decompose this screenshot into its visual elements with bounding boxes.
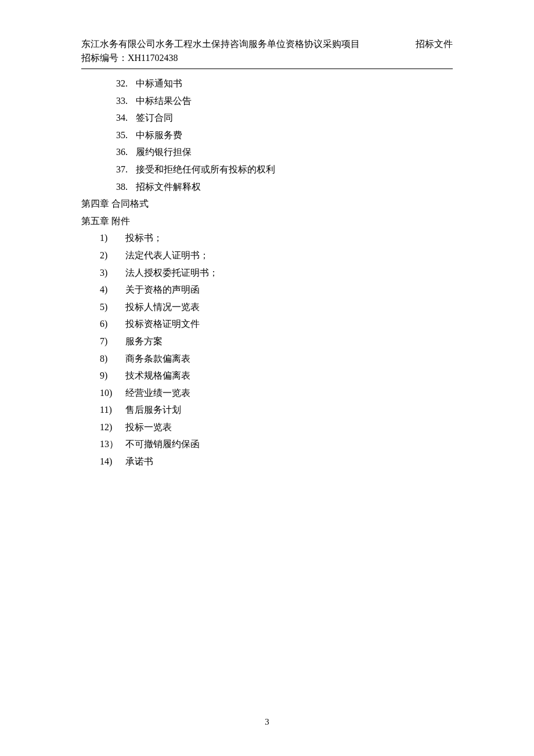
toc-item: 33. 中标结果公告: [116, 92, 453, 110]
header-right: 招标文件: [416, 37, 453, 51]
toc-item: 10) 经营业绩一览表: [100, 384, 453, 402]
toc-paren-list-a: 1) 投标书； 2) 法定代表人证明书； 3) 法人授权委托证明书； 4) 关于…: [81, 229, 453, 367]
bid-number-value: XH11702438: [128, 53, 178, 63]
toc-item-text: 中标通知书: [136, 75, 182, 92]
toc-item-text: 服务方案: [125, 333, 163, 350]
toc-item-number: 32.: [116, 75, 136, 92]
toc-item-number: 14): [100, 453, 125, 470]
toc-item-number: 33.: [116, 92, 136, 110]
toc-item-number: 8): [100, 350, 125, 368]
toc-item-text: 招标文件解释权: [136, 178, 201, 196]
toc-item-number: 9): [100, 367, 125, 384]
bid-number-line: 招标编号：XH11702438: [81, 51, 360, 65]
toc-item-text: 法人授权委托证明书；: [125, 264, 218, 282]
toc-item-number: 11): [100, 401, 125, 419]
toc-item-text: 经营业绩一览表: [125, 384, 190, 402]
toc-item-text: 投标人情况一览表: [125, 298, 200, 316]
toc-item-number: 12): [100, 419, 125, 436]
toc-item: 5) 投标人情况一览表: [100, 298, 453, 316]
toc-item-number: 35.: [116, 127, 136, 144]
toc-item: 32. 中标通知书: [116, 75, 453, 92]
toc-item: 38. 招标文件解释权: [116, 178, 453, 196]
toc-item-text: 中标服务费: [136, 127, 182, 144]
document-type-label: 招标文件: [416, 39, 453, 49]
page-number: 3: [0, 717, 534, 727]
toc-item-text: 签订合同: [136, 109, 173, 127]
toc-item-number: 1): [100, 229, 125, 247]
header-left: 东江水务有限公司水务工程水土保持咨询服务单位资格协议采购项目 招标编号：XH11…: [81, 37, 360, 65]
toc-item-text: 技术规格偏离表: [125, 367, 190, 384]
toc-item-number: 10): [100, 384, 125, 402]
toc-item-text: 投标资格证明文件: [125, 315, 200, 333]
toc-item: 1) 投标书；: [100, 229, 453, 247]
toc-item-text: 中标结果公告: [136, 92, 192, 110]
toc-item: 36. 履约银行担保: [116, 143, 453, 161]
bid-number-prefix: 招标编号：: [81, 53, 128, 63]
document-page: 东江水务有限公司水务工程水土保持咨询服务单位资格协议采购项目 招标编号：XH11…: [0, 0, 534, 470]
page-header: 东江水务有限公司水务工程水土保持咨询服务单位资格协议采购项目 招标编号：XH11…: [81, 37, 453, 67]
toc-item-text: 不可撤销履约保函: [125, 435, 200, 453]
toc-item-number: 4): [100, 281, 125, 298]
toc-item: 35. 中标服务费: [116, 127, 453, 144]
toc-item-text: 履约银行担保: [136, 143, 192, 161]
chapter-4-heading: 第四章 合同格式: [81, 195, 453, 213]
toc-item-number: 34.: [116, 109, 136, 127]
toc-item-number: 38.: [116, 178, 136, 196]
toc-numbered-list: 32. 中标通知书 33. 中标结果公告 34. 签订合同 35. 中标服务费 …: [81, 75, 453, 195]
toc-item-text: 关于资格的声明函: [125, 281, 200, 298]
toc-item: 3) 法人授权委托证明书；: [100, 264, 453, 282]
toc-item: 12) 投标一览表: [100, 419, 453, 436]
toc-item: 34. 签订合同: [116, 109, 453, 127]
toc-item: 7) 服务方案: [100, 333, 453, 350]
toc-item-number: 36.: [116, 143, 136, 161]
toc-paren-list-b: 9) 技术规格偏离表 10) 经营业绩一览表 11) 售后服务计划 12) 投标…: [81, 367, 453, 470]
toc-item-number: 13）: [100, 435, 125, 453]
toc-content: 32. 中标通知书 33. 中标结果公告 34. 签订合同 35. 中标服务费 …: [81, 75, 453, 470]
toc-item-text: 法定代表人证明书；: [125, 247, 209, 264]
toc-item: 14) 承诺书: [100, 453, 453, 470]
toc-item-number: 6): [100, 315, 125, 333]
toc-item: 6) 投标资格证明文件: [100, 315, 453, 333]
toc-item-text: 售后服务计划: [125, 401, 181, 419]
toc-item: 13） 不可撤销履约保函: [100, 435, 453, 453]
project-title: 东江水务有限公司水务工程水土保持咨询服务单位资格协议采购项目: [81, 37, 360, 51]
toc-item-text: 承诺书: [125, 453, 153, 470]
toc-item-number: 3): [100, 264, 125, 282]
toc-item-number: 2): [100, 247, 125, 264]
toc-item: 2) 法定代表人证明书；: [100, 247, 453, 264]
toc-item-number: 37.: [116, 161, 136, 178]
toc-item-number: 7): [100, 333, 125, 350]
toc-item: 9) 技术规格偏离表: [100, 367, 453, 384]
chapter-5-heading: 第五章 附件: [81, 213, 453, 230]
header-divider: [81, 69, 453, 69]
toc-item: 8) 商务条款偏离表: [100, 350, 453, 368]
toc-item: 4) 关于资格的声明函: [100, 281, 453, 298]
toc-item: 11) 售后服务计划: [100, 401, 453, 419]
toc-item-text: 商务条款偏离表: [125, 350, 190, 368]
toc-item-text: 投标一览表: [125, 419, 172, 436]
toc-item-text: 接受和拒绝任何或所有投标的权利: [136, 161, 275, 178]
toc-item: 37. 接受和拒绝任何或所有投标的权利: [116, 161, 453, 178]
toc-item-number: 5): [100, 298, 125, 316]
toc-item-text: 投标书；: [125, 229, 163, 247]
